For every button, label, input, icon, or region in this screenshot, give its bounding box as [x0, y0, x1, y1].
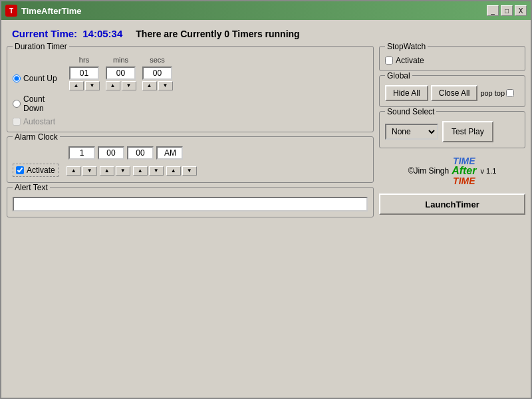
mins-spin-buttons: ▲ ▼	[106, 81, 136, 90]
main-window: T TimeAfterTime _ □ X Current Time: 14:0…	[0, 0, 532, 399]
current-time-bar: Current Time: 14:05:34 There are Current…	[7, 25, 525, 42]
launch-timer-button[interactable]: LaunchTimer	[379, 194, 525, 215]
left-panel: Duration Timer hrs mins secs Count Up	[7, 46, 374, 392]
alarm-hour-input[interactable]	[68, 146, 95, 160]
mins-input[interactable]	[106, 66, 136, 80]
hrs-input[interactable]	[69, 66, 99, 80]
alarm-hour-down[interactable]: ▼	[82, 166, 97, 176]
global-group: Global Hide All Close All pop top	[379, 75, 525, 107]
duration-timer-group: Duration Timer hrs mins secs Count Up	[7, 46, 374, 132]
app-title: TimeAfterTime	[21, 6, 82, 16]
sw-activate-checkbox[interactable]	[385, 57, 393, 65]
test-play-button[interactable]: Test Play	[442, 121, 493, 142]
pop-top-checkbox[interactable]	[506, 89, 514, 97]
alarm-activate-label[interactable]: Activate	[13, 164, 59, 177]
secs-spin-buttons: ▲ ▼	[142, 81, 173, 90]
alarm-hour-spin: ▲ ▼	[66, 165, 97, 176]
app-icon: T	[5, 5, 17, 17]
alarm-sec-spin-btns: ▲ ▼	[133, 166, 164, 176]
brand-logo: TIME After TIME	[452, 156, 476, 186]
pop-top-label[interactable]: pop top	[480, 89, 514, 97]
mins-up-btn[interactable]: ▲	[106, 81, 120, 90]
alarm-hour-up[interactable]: ▲	[66, 166, 81, 176]
right-panel: StopWatch Activate Global Hide All Close…	[379, 46, 525, 392]
brand-version: v 1.1	[481, 167, 497, 175]
window-controls: _ □ X	[487, 5, 527, 16]
alarm-ampm-col	[156, 146, 183, 160]
alarm-activate-checkbox[interactable]	[16, 166, 24, 174]
timers-running-label: There are Currently 0 Timers running	[136, 29, 299, 39]
alarm-ampm-input[interactable]	[156, 146, 183, 160]
secs-input[interactable]	[142, 66, 172, 80]
close-all-button[interactable]: Close All	[431, 85, 478, 101]
col-hrs: hrs	[66, 56, 102, 64]
sw-activate-row: Activate	[385, 56, 519, 65]
autostart-row: Autostart	[13, 117, 368, 126]
count-down-radio[interactable]	[13, 100, 21, 108]
alarm-hour-col	[68, 146, 95, 160]
mins-spinbox: ▲ ▼	[102, 66, 139, 90]
alarm-ampm-spin-btns: ▲ ▼	[166, 166, 197, 176]
col-mins: mins	[102, 56, 139, 64]
main-area: Duration Timer hrs mins secs Count Up	[7, 46, 525, 392]
alarm-sec-up[interactable]: ▲	[133, 166, 148, 176]
hrs-spin-buttons: ▲ ▼	[69, 81, 100, 90]
sound-select-group: Sound Select None Test Play	[379, 111, 525, 148]
stopwatch-group: StopWatch Activate	[379, 46, 525, 71]
alarm-min-spin-btns: ▲ ▼	[100, 166, 130, 176]
alarm-ampm-spin: ▲ ▼	[166, 165, 197, 176]
alarm-hour-spin-btns: ▲ ▼	[66, 166, 97, 176]
mins-down-btn[interactable]: ▼	[122, 81, 136, 90]
alarm-sec-down[interactable]: ▼	[149, 166, 164, 176]
global-label: Global	[385, 71, 412, 80]
dt-header: hrs mins secs	[13, 56, 368, 64]
title-bar: T TimeAfterTime _ □ X	[1, 1, 531, 20]
sound-select-label: Sound Select	[385, 107, 436, 116]
alarm-min-spin: ▲ ▼	[100, 165, 130, 176]
hrs-down-btn[interactable]: ▼	[85, 81, 100, 90]
sound-row: None Test Play	[385, 121, 519, 142]
secs-spinbox: ▲ ▼	[139, 66, 176, 90]
count-up-radio[interactable]	[13, 74, 21, 82]
brand-time2: TIME	[453, 176, 475, 186]
maximize-button[interactable]: □	[501, 5, 513, 16]
secs-up-btn[interactable]: ▲	[142, 81, 157, 90]
stopwatch-label: StopWatch	[385, 42, 428, 51]
secs-down-btn[interactable]: ▼	[158, 81, 173, 90]
close-button[interactable]: X	[515, 5, 527, 16]
alarm-fields-row	[13, 146, 368, 160]
alert-text-label: Alert Text	[13, 183, 50, 192]
sw-activate-label[interactable]: Activate	[385, 56, 424, 65]
alarm-min-down[interactable]: ▼	[116, 166, 130, 176]
autostart-checkbox[interactable]	[13, 118, 21, 126]
alarm-clock-label: Alarm Clock	[13, 132, 60, 142]
copyright-text: ©Jim Singh	[408, 166, 450, 176]
alarm-sec-spin: ▲ ▼	[133, 165, 164, 176]
hrs-spinbox: ▲ ▼	[66, 66, 102, 90]
brand-after: After	[452, 166, 476, 176]
minimize-button[interactable]: _	[487, 5, 499, 16]
title-bar-left: T TimeAfterTime	[5, 5, 82, 17]
hrs-up-btn[interactable]: ▲	[69, 81, 84, 90]
count-down-label[interactable]: Count Down	[13, 94, 66, 113]
alarm-ampm-up[interactable]: ▲	[166, 166, 181, 176]
autostart-label[interactable]: Autostart	[13, 117, 55, 126]
alarm-min-up[interactable]: ▲	[100, 166, 114, 176]
alert-text-input[interactable]	[13, 197, 368, 211]
alarm-ampm-down[interactable]: ▼	[182, 166, 197, 176]
alarm-min-input[interactable]	[98, 146, 124, 160]
alarm-min-col	[98, 146, 124, 160]
alarm-spinners: ▲ ▼ ▲ ▼	[66, 165, 197, 176]
sound-dropdown[interactable]: None	[385, 124, 438, 140]
count-down-row: Count Down	[13, 94, 368, 113]
alarm-sec-col	[127, 146, 154, 160]
window-content: Current Time: 14:05:34 There are Current…	[1, 20, 531, 398]
alarm-sec-input[interactable]	[127, 146, 154, 160]
count-up-label[interactable]: Count Up	[13, 74, 66, 83]
brand-time1: TIME	[453, 156, 475, 166]
global-buttons: Hide All Close All pop top	[385, 85, 519, 101]
branding-area: ©Jim Singh TIME After TIME v 1.1	[379, 152, 525, 190]
hide-all-button[interactable]: Hide All	[385, 85, 428, 101]
alarm-clock-group: Alarm Clock	[7, 136, 374, 183]
duration-timer-label: Duration Timer	[13, 42, 69, 51]
